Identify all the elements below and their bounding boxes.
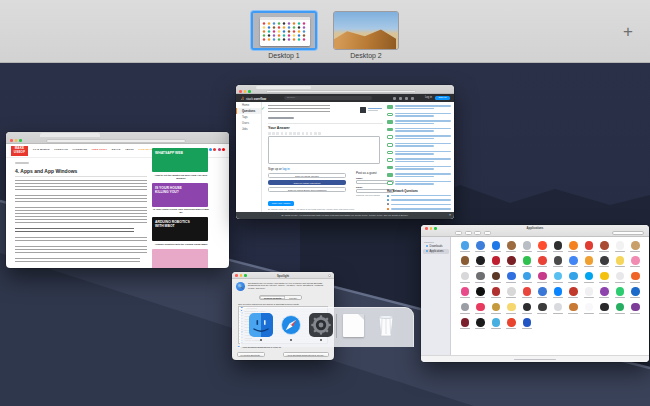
browser-tab[interactable] (256, 86, 311, 89)
app-icon[interactable] (569, 287, 578, 296)
app-icon[interactable] (631, 303, 640, 312)
hot-question[interactable] (387, 195, 451, 197)
hot-question[interactable] (387, 208, 451, 210)
app-icon-cell[interactable] (597, 256, 613, 267)
related-article-thumbnail[interactable]: IS YOUR HOUSE KILLING YOU? (152, 183, 208, 207)
related-question-link[interactable] (395, 135, 451, 140)
signup-button[interactable]: Sign up (435, 96, 450, 100)
app-icon-cell[interactable] (457, 303, 473, 314)
editor-toolbar[interactable] (268, 132, 386, 135)
app-icon[interactable] (492, 241, 501, 250)
login-link[interactable]: Log in (425, 96, 432, 100)
social-icon[interactable] (218, 148, 221, 151)
app-icon-cell[interactable] (488, 318, 504, 329)
app-icon[interactable] (523, 241, 532, 250)
avatar[interactable] (360, 107, 366, 113)
app-icon-cell[interactable] (597, 303, 613, 314)
help-button[interactable]: ? (328, 274, 331, 277)
app-icon-cell[interactable] (473, 318, 489, 329)
related-article-thumbnail[interactable]: WHATSAPP WEB (152, 148, 208, 172)
app-icon[interactable] (569, 272, 578, 281)
site-nav-item[interactable]: ABOUT (125, 148, 134, 150)
stackoverflow-brand[interactable]: stack overflow (246, 97, 266, 101)
related-question[interactable] (387, 158, 451, 163)
answer-author-card[interactable] (360, 107, 386, 113)
related-question[interactable] (387, 113, 451, 118)
app-icon[interactable] (600, 241, 609, 250)
app-icon-cell[interactable] (488, 241, 504, 252)
social-icon[interactable] (222, 148, 225, 151)
close-icon[interactable] (239, 90, 242, 93)
arrange-button[interactable] (474, 231, 481, 236)
app-icon[interactable] (507, 303, 516, 312)
window-finder-applications[interactable]: Applications Favorites Downloads Applica… (421, 225, 649, 362)
related-question[interactable] (387, 120, 451, 125)
app-icon[interactable] (616, 256, 625, 265)
desktop-area[interactable]: MAKE USEOF PC & MOBILELIFESTYLEHARDWAREF… (0, 63, 650, 406)
app-icon[interactable] (538, 303, 547, 312)
answer-textarea[interactable] (268, 136, 380, 164)
app-icon[interactable] (585, 303, 594, 312)
app-icon[interactable] (461, 256, 470, 265)
app-icon-cell[interactable] (566, 303, 582, 314)
related-question-link[interactable] (395, 105, 451, 110)
app-icon[interactable] (476, 256, 485, 265)
minimize-icon[interactable] (244, 90, 247, 93)
app-icon-cell[interactable] (519, 272, 535, 283)
app-icon-cell[interactable] (473, 241, 489, 252)
app-icon[interactable] (585, 287, 594, 296)
app-icon[interactable] (523, 272, 532, 281)
app-icon[interactable] (600, 272, 609, 281)
share-button[interactable] (484, 231, 491, 236)
app-icon-cell[interactable] (628, 303, 644, 314)
traffic-lights[interactable] (239, 90, 251, 93)
tab-search-results[interactable]: Search Results (260, 296, 285, 299)
hot-question-link[interactable] (391, 199, 451, 201)
related-question-link[interactable] (395, 181, 451, 186)
app-icon-cell[interactable] (628, 272, 644, 283)
app-icon-cell[interactable] (581, 287, 597, 298)
app-icon[interactable] (492, 318, 501, 327)
app-icon[interactable] (461, 318, 470, 327)
app-icon-cell[interactable] (504, 303, 520, 314)
app-icon-cell[interactable] (457, 256, 473, 267)
app-icon-cell[interactable] (504, 287, 520, 298)
app-icon[interactable] (616, 272, 625, 281)
window-stackoverflow[interactable]: stack overflow Search… Log in Sign up Ho… (236, 85, 454, 219)
app-icon[interactable] (507, 272, 516, 281)
zoom-icon[interactable] (248, 90, 251, 93)
related-question[interactable] (387, 173, 451, 178)
app-icon-cell[interactable] (535, 241, 551, 252)
app-icon[interactable] (476, 318, 485, 327)
related-article-caption[interactable]: Arduino Robotics with the Coding Using m… (152, 243, 210, 246)
app-icon[interactable] (538, 241, 547, 250)
app-icon[interactable] (554, 241, 563, 250)
app-icon-cell[interactable] (473, 256, 489, 267)
app-icon[interactable] (600, 303, 609, 312)
safari-dock-icon[interactable] (279, 313, 303, 337)
app-icon-cell[interactable] (628, 241, 644, 252)
app-icon-cell[interactable] (550, 303, 566, 314)
related-question[interactable] (387, 135, 451, 140)
app-icon[interactable] (569, 303, 578, 312)
sidebar-item[interactable]: Applications (423, 249, 449, 254)
app-icon[interactable] (523, 303, 532, 312)
app-icon[interactable] (476, 303, 485, 312)
window-makeuseof-article[interactable]: MAKE USEOF PC & MOBILELIFESTYLEHARDWAREF… (6, 132, 229, 268)
site-switcher-icon[interactable] (411, 97, 414, 100)
cookie-close-icon[interactable]: × (449, 212, 451, 219)
app-icon[interactable] (461, 241, 470, 250)
space-desktop-1[interactable]: Desktop 1 (251, 11, 317, 59)
related-article-card[interactable]: WHATSAPP WEB How to Get the WhatsApp Web… (152, 148, 210, 180)
author-name[interactable] (368, 108, 382, 110)
app-icon-cell[interactable] (535, 303, 551, 314)
app-icon[interactable] (523, 287, 532, 296)
related-article-thumbnail[interactable] (152, 249, 208, 269)
site-nav-item[interactable]: LIFESTYLE (54, 148, 68, 150)
app-icon-cell[interactable] (535, 256, 551, 267)
app-icon-cell[interactable] (597, 272, 613, 283)
app-icon[interactable] (507, 318, 516, 327)
address-bar[interactable] (46, 139, 186, 143)
related-question[interactable] (387, 105, 451, 110)
app-icon-cell[interactable] (488, 256, 504, 267)
